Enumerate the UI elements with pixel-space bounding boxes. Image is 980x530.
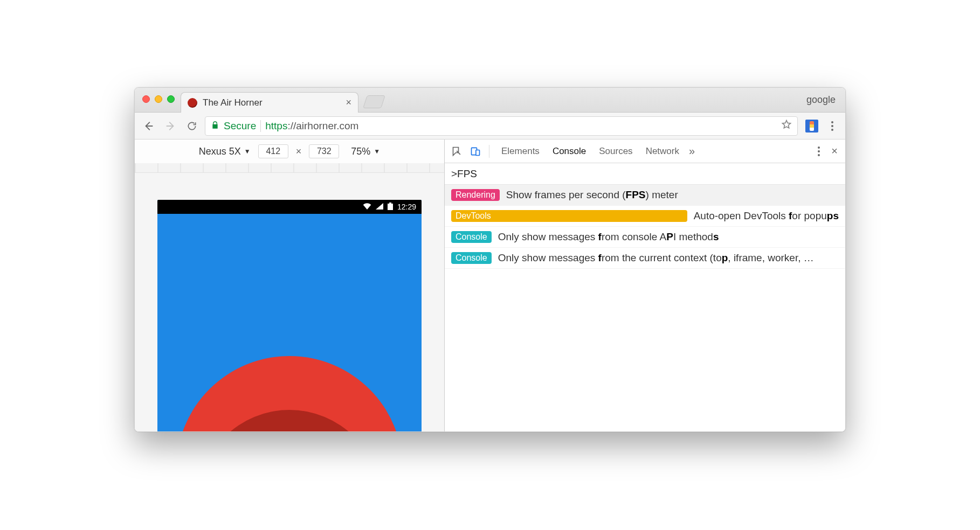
cell-signal-icon xyxy=(376,203,383,211)
devtools-pane: ElementsConsoleSourcesNetwork » × >FPS R… xyxy=(445,140,845,431)
battery-icon xyxy=(388,203,393,212)
status-time: 12:29 xyxy=(397,203,416,211)
arrow-right-icon xyxy=(164,120,176,132)
address-bar: Secure https://airhorner.com xyxy=(135,113,845,140)
devtools-menu-button[interactable] xyxy=(813,147,825,156)
svg-rect-1 xyxy=(476,150,480,155)
new-tab-button[interactable] xyxy=(363,95,385,108)
lighthouse-extension-icon[interactable] xyxy=(805,120,818,132)
minimize-window-button[interactable] xyxy=(155,95,162,103)
device-icon xyxy=(470,146,481,157)
chevron-down-icon: ▼ xyxy=(372,148,380,155)
more-tabs-button[interactable]: » xyxy=(689,145,695,157)
lock-icon xyxy=(211,120,219,132)
inspect-cursor-icon xyxy=(452,146,463,157)
device-toolbar: Nexus 5X ▼ × 75% ▼ xyxy=(135,140,444,163)
reload-button[interactable] xyxy=(183,117,201,135)
viewport-width-input[interactable] xyxy=(258,144,288,158)
devtools-tab-sources[interactable]: Sources xyxy=(592,140,639,163)
browser-tab[interactable]: The Air Horner × xyxy=(181,92,358,113)
command-menu-input[interactable]: >FPS xyxy=(445,163,845,185)
bookmark-star-icon[interactable] xyxy=(781,119,792,132)
close-window-button[interactable] xyxy=(142,95,150,103)
omnibox-separator xyxy=(260,120,261,132)
zoom-label: 75% xyxy=(351,146,370,157)
devtools-tab-console[interactable]: Console xyxy=(546,140,592,163)
suggestion-badge: Rendering xyxy=(451,189,500,201)
zoom-select[interactable]: 75% ▼ xyxy=(351,146,380,157)
viewport-ruler xyxy=(135,163,444,173)
zoom-window-button[interactable] xyxy=(167,95,175,103)
command-suggestion[interactable]: RenderingShow frames per second (FPS) me… xyxy=(445,185,845,206)
arrow-left-icon xyxy=(143,120,155,132)
inspect-element-button[interactable] xyxy=(449,143,465,159)
back-button[interactable] xyxy=(140,117,157,135)
android-status-bar: 12:29 xyxy=(157,200,422,214)
profile-label[interactable]: google xyxy=(806,94,836,106)
content-area: Nexus 5X ▼ × 75% ▼ xyxy=(135,140,845,431)
suggestion-badge: Console xyxy=(451,231,492,243)
viewport-height-input[interactable] xyxy=(309,144,339,158)
device-canvas: 12:29 xyxy=(135,173,444,431)
wifi-icon xyxy=(363,203,371,211)
chevron-down-icon: ▼ xyxy=(243,148,251,155)
suggestion-text: Only show messages from console API meth… xyxy=(498,231,719,243)
forward-button[interactable] xyxy=(162,117,179,135)
device-select[interactable]: Nexus 5X ▼ xyxy=(199,146,251,157)
command-suggestion[interactable]: ConsoleOnly show messages from console A… xyxy=(445,227,845,248)
browser-menu-button[interactable] xyxy=(825,121,840,131)
command-menu-value: >FPS xyxy=(451,168,477,180)
tab-close-icon[interactable]: × xyxy=(346,97,351,108)
suggestion-badge: DevTools xyxy=(451,210,687,222)
traffic-lights xyxy=(142,95,175,103)
tab-title: The Air Horner xyxy=(203,97,263,108)
window-titlebar: The Air Horner × google xyxy=(135,88,845,113)
suggestion-badge: Console xyxy=(451,252,492,264)
command-suggestion[interactable]: ConsoleOnly show messages from the curre… xyxy=(445,248,845,269)
command-suggestion[interactable]: DevToolsAuto-open DevTools for popups xyxy=(445,206,845,227)
command-menu-suggestions: RenderingShow frames per second (FPS) me… xyxy=(445,185,845,269)
browser-window: The Air Horner × google Secure xyxy=(134,87,846,432)
secure-label: Secure xyxy=(224,120,256,132)
suggestion-text: Show frames per second (FPS) meter xyxy=(506,189,678,201)
dimension-multiply-icon: × xyxy=(296,146,302,157)
suggestion-text: Auto-open DevTools for popups xyxy=(694,210,839,222)
tab-favicon-icon xyxy=(188,98,197,108)
devtools-panel-tabs: ElementsConsoleSourcesNetwork xyxy=(495,140,686,163)
devtools-tab-network[interactable]: Network xyxy=(639,140,686,163)
page-viewport-pane: Nexus 5X ▼ × 75% ▼ xyxy=(135,140,445,431)
url-text: https://airhorner.com xyxy=(265,120,358,132)
url-host: ://airhorner.com xyxy=(287,120,358,131)
url-scheme: https xyxy=(265,120,287,131)
devtools-tab-elements[interactable]: Elements xyxy=(495,140,546,163)
devtools-close-button[interactable]: × xyxy=(828,145,841,157)
emulated-device-screen[interactable]: 12:29 xyxy=(157,200,422,431)
devtools-tabbar: ElementsConsoleSourcesNetwork » × xyxy=(445,140,845,163)
omnibox[interactable]: Secure https://airhorner.com xyxy=(205,116,798,136)
devtools-separator xyxy=(489,145,489,158)
device-toggle-button[interactable] xyxy=(467,143,484,159)
device-name-label: Nexus 5X xyxy=(199,146,241,157)
reload-icon xyxy=(187,121,197,131)
suggestion-text: Only show messages from the current cont… xyxy=(498,252,814,264)
